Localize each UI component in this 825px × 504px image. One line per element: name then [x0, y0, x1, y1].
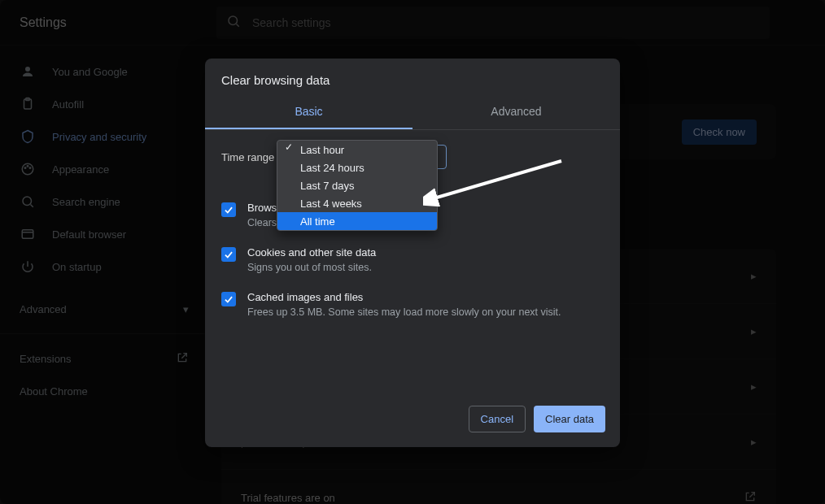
checkbox-sublabel: Signs you out of most sites. — [247, 262, 376, 273]
tab-advanced[interactable]: Advanced — [412, 97, 620, 129]
tab-basic[interactable]: Basic — [205, 97, 412, 129]
checkbox-label: Cookies and other site data — [247, 246, 376, 259]
checkbox-sublabel: Frees up 3.5 MB. Some sites may load mor… — [247, 306, 561, 318]
clear-data-button[interactable]: Clear data — [534, 406, 605, 432]
dialog-form: Time range Brows Clears Cookies and othe… — [205, 130, 620, 394]
dropdown-option-last-4-weeks[interactable]: Last 4 weeks — [277, 194, 437, 212]
checkbox-sublabel: Clears — [247, 217, 277, 228]
clear-browsing-data-dialog: Clear browsing data Basic Advanced Time … — [205, 59, 620, 447]
dialog-title: Clear browsing data — [205, 59, 620, 97]
checkbox-label: Cached images and files — [247, 291, 561, 303]
cancel-button[interactable]: Cancel — [469, 406, 526, 432]
checkbox-cookies[interactable] — [221, 247, 236, 262]
checkbox-cached[interactable] — [221, 292, 236, 306]
time-range-label: Time range — [221, 151, 274, 163]
settings-page: Settings You and Google Autofill Privacy… — [0, 0, 825, 504]
dropdown-option-last-24-hours[interactable]: Last 24 hours — [277, 159, 437, 176]
time-range-dropdown: Last hour Last 24 hours Last 7 days Last… — [277, 140, 438, 231]
dropdown-option-last-hour[interactable]: Last hour — [277, 141, 437, 159]
dialog-tabs: Basic Advanced — [205, 97, 620, 130]
dropdown-option-last-7-days[interactable]: Last 7 days — [277, 176, 437, 194]
dropdown-option-all-time[interactable]: All time — [277, 212, 437, 230]
checkbox-label: Brows — [247, 202, 277, 214]
checkbox-browsing-history[interactable] — [221, 202, 236, 217]
